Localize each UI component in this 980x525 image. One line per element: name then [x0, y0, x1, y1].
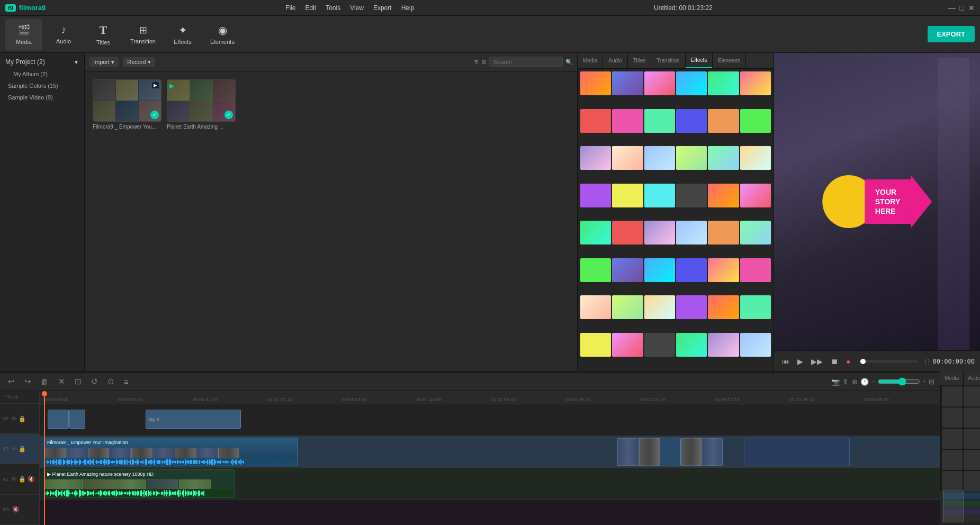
effect-thumb[interactable]	[708, 221, 739, 245]
se-thumb[interactable]	[942, 471, 963, 491]
toolbar-media-button[interactable]: 🎬 Media	[5, 19, 42, 50]
effects-tab-audio[interactable]: Audio	[603, 53, 628, 68]
track-v1[interactable]: Filmora9 _ Empower Your Imagination	[40, 436, 940, 468]
snapshot-icon[interactable]: 📷	[831, 378, 840, 386]
delete-button[interactable]: 🗑	[38, 376, 51, 387]
zoom-out-icon[interactable]: −	[871, 378, 875, 385]
effect-thumb[interactable]	[708, 146, 739, 170]
effect-thumb[interactable]	[708, 109, 739, 133]
effect-thumb[interactable]	[580, 184, 611, 207]
sample-colors-item[interactable]: Sample Colors (15)	[0, 80, 84, 92]
effects-tab-effects[interactable]: Effects	[686, 53, 713, 68]
effect-thumb[interactable]	[708, 333, 739, 357]
effect-thumb[interactable]	[740, 295, 771, 319]
effect-thumb[interactable]	[676, 146, 707, 170]
effect-thumb[interactable]	[644, 333, 675, 357]
search-input[interactable]	[489, 57, 563, 67]
export-button[interactable]: EXPORT	[928, 26, 975, 42]
effect-thumb[interactable]	[644, 71, 675, 95]
se-thumb[interactable]	[964, 450, 980, 470]
add-track-icon[interactable]: ⊕	[852, 378, 858, 386]
play-button[interactable]: ▶	[795, 356, 806, 367]
rotate-button[interactable]: ↺	[88, 376, 101, 387]
effect-thumb[interactable]	[676, 221, 707, 245]
track-a1[interactable]: ▶ Planet Earth Amazing nature scenery 10…	[40, 468, 940, 500]
track-mute-a1[interactable]: 🔇	[28, 476, 35, 483]
zoom-slider[interactable]	[878, 377, 920, 386]
effect-thumb[interactable]	[612, 333, 643, 357]
v2-clip[interactable]	[69, 410, 85, 429]
effect-thumb[interactable]	[676, 333, 707, 357]
close-button[interactable]: ✕	[968, 4, 975, 12]
effect-thumb[interactable]	[612, 71, 643, 95]
effect-thumb[interactable]	[740, 146, 771, 170]
effect-thumb[interactable]	[612, 221, 643, 245]
crop-button[interactable]: ⊡	[72, 376, 84, 387]
effect-thumb[interactable]	[580, 333, 611, 357]
menu-edit[interactable]: Edit	[301, 3, 320, 13]
effect-thumb[interactable]	[580, 109, 611, 133]
record-button[interactable]: ●	[843, 356, 853, 367]
my-album-item[interactable]: My Album (2)	[0, 68, 84, 80]
effect-thumb[interactable]	[580, 71, 611, 95]
next-button[interactable]: ▶▶	[808, 356, 825, 367]
progress-bar[interactable]	[860, 360, 918, 363]
video-clip-1c[interactable]	[680, 438, 723, 466]
media-item[interactable]: ▶ ✓ Planet Earth Amazing ...	[167, 79, 236, 130]
effect-thumb[interactable]	[676, 71, 707, 95]
mic-icon[interactable]: 🎙	[842, 378, 849, 386]
effect-thumb[interactable]	[612, 258, 643, 282]
v2-clip[interactable]	[48, 410, 69, 429]
effects-small-button[interactable]: ⊙	[105, 376, 117, 387]
media-item[interactable]: ▶ ✓ Filmora9 _ Empower You...	[93, 79, 161, 130]
track-eye-v2[interactable]: 👁	[11, 415, 17, 422]
effect-thumb[interactable]	[612, 109, 643, 133]
video-clip-1b[interactable]	[617, 438, 680, 466]
effect-thumb[interactable]	[580, 258, 611, 282]
effect-thumb[interactable]	[580, 221, 611, 245]
menu-help[interactable]: Help	[397, 3, 419, 13]
effects-tab-media[interactable]: Media	[578, 53, 603, 68]
effect-thumb[interactable]	[708, 71, 739, 95]
se-thumb[interactable]	[964, 408, 980, 428]
effects-tab-titles[interactable]: Titles	[628, 53, 652, 68]
maximize-button[interactable]: □	[960, 4, 964, 12]
zoom-in-icon[interactable]: +	[923, 378, 926, 385]
track-lock-v2[interactable]: 🔒	[19, 415, 26, 422]
settings-button[interactable]: ≡	[121, 376, 131, 387]
track-mute-m1[interactable]: 🔇	[12, 506, 20, 513]
add-track-label[interactable]: + Track	[3, 394, 19, 400]
toolbar-titles-button[interactable]: T Titles	[85, 19, 122, 50]
menu-view[interactable]: View	[346, 3, 368, 13]
video-clip-1[interactable]: Filmora9 _ Empower Your Imagination	[44, 438, 298, 466]
menu-tools[interactable]: Tools	[321, 3, 345, 13]
effect-thumb[interactable]	[612, 146, 643, 170]
effect-thumb[interactable]	[580, 146, 611, 170]
record-button[interactable]: Record ▾	[123, 57, 155, 67]
effects-tab-elements[interactable]: Elements	[713, 53, 746, 68]
stop-button[interactable]: ⏹	[828, 356, 841, 367]
se-thumb[interactable]	[942, 429, 963, 449]
effect-thumb[interactable]	[740, 258, 771, 282]
sp-tab-media[interactable]: Media	[940, 372, 964, 385]
effect-thumb[interactable]	[644, 109, 675, 133]
redo-button[interactable]: ↪	[22, 376, 34, 387]
effect-thumb[interactable]	[676, 109, 707, 133]
effect-thumb[interactable]	[708, 184, 739, 207]
search-icon[interactable]: 🔍	[565, 59, 573, 66]
bracket-in[interactable]: { }	[924, 358, 930, 365]
effect-thumb[interactable]	[612, 184, 643, 207]
v2-clip-main[interactable]: Clip 3	[146, 410, 241, 429]
menu-export[interactable]: Export	[369, 3, 396, 13]
sp-tab-audio[interactable]: Audio	[964, 372, 980, 385]
prev-button[interactable]: ⏮	[779, 356, 792, 367]
se-thumb[interactable]	[942, 450, 963, 470]
toolbar-audio-button[interactable]: ♪ Audio	[45, 19, 82, 50]
se-thumb[interactable]	[964, 386, 980, 406]
effect-thumb[interactable]	[644, 295, 675, 319]
cut-button[interactable]: ✕	[56, 376, 68, 387]
grid-icon[interactable]: ⊞	[481, 59, 486, 66]
playhead-dot[interactable]	[860, 359, 866, 364]
effect-thumb[interactable]	[708, 258, 739, 282]
expand-icon[interactable]: ▼	[74, 59, 79, 65]
